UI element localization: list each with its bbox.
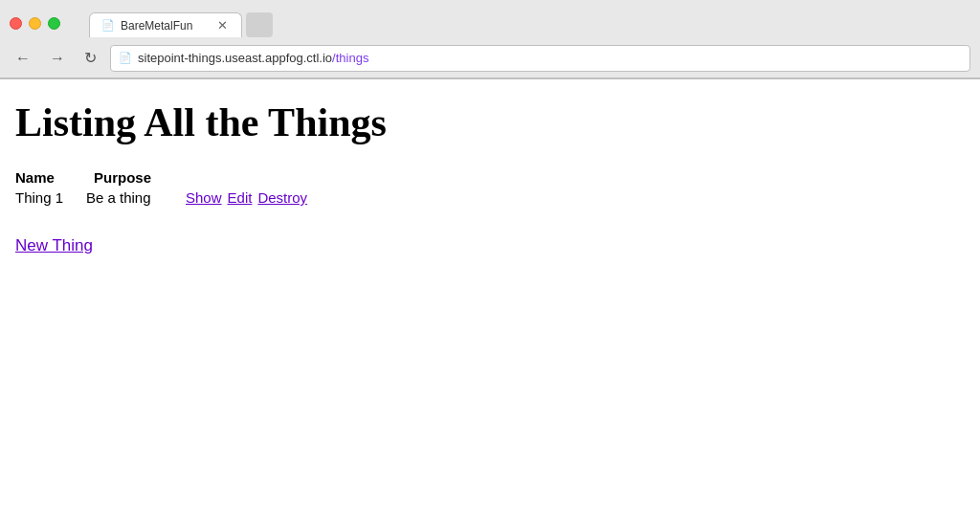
- column-header-purpose: Purpose: [94, 169, 151, 186]
- reload-button[interactable]: ↻: [78, 46, 102, 70]
- close-button[interactable]: [10, 17, 22, 30]
- new-tab-button[interactable]: [246, 12, 273, 37]
- tab-page-icon: 📄: [101, 19, 115, 32]
- maximize-button[interactable]: [48, 17, 60, 30]
- page-title: Listing All the Things: [15, 99, 965, 146]
- active-tab[interactable]: 📄 BareMetalFun ✕: [89, 12, 242, 37]
- back-button[interactable]: ←: [10, 47, 36, 70]
- things-table: Name Purpose Thing 1 Be a thing Show Edi…: [15, 169, 965, 206]
- tab-bar: 📄 BareMetalFun ✕: [79, 9, 282, 37]
- address-bar[interactable]: 📄 sitepoint-things.useast.appfog.ctl.io/…: [110, 45, 970, 72]
- new-thing-link[interactable]: New Thing: [15, 236, 93, 255]
- title-bar: 📄 BareMetalFun ✕: [0, 0, 980, 38]
- address-text: sitepoint-things.useast.appfog.ctl.io/th…: [138, 51, 962, 65]
- cell-thing-purpose: Be a thing: [86, 189, 182, 206]
- forward-button[interactable]: →: [44, 47, 71, 70]
- traffic-lights: [10, 17, 60, 30]
- nav-bar: ← → ↻ 📄 sitepoint-things.useast.appfog.c…: [0, 38, 980, 78]
- destroy-link[interactable]: Destroy: [257, 189, 307, 206]
- address-path: /things: [332, 51, 368, 65]
- tab-title: BareMetalFun: [121, 19, 192, 33]
- browser-chrome: 📄 BareMetalFun ✕ ← → ↻ 📄 sitepoint-thing…: [0, 0, 980, 79]
- table-row: Thing 1 Be a thing Show Edit Destroy: [15, 189, 965, 206]
- tab-close-button[interactable]: ✕: [215, 18, 230, 33]
- address-domain: sitepoint-things.useast.appfog.ctl.io: [138, 51, 332, 65]
- cell-actions: Show Edit Destroy: [186, 189, 307, 206]
- show-link[interactable]: Show: [186, 189, 222, 206]
- table-header: Name Purpose: [15, 169, 965, 186]
- minimize-button[interactable]: [29, 17, 41, 30]
- address-page-icon: 📄: [119, 52, 132, 64]
- page-content: Listing All the Things Name Purpose Thin…: [0, 79, 980, 502]
- column-header-name: Name: [15, 169, 82, 186]
- cell-thing-name: Thing 1: [15, 189, 82, 206]
- edit-link[interactable]: Edit: [228, 189, 253, 206]
